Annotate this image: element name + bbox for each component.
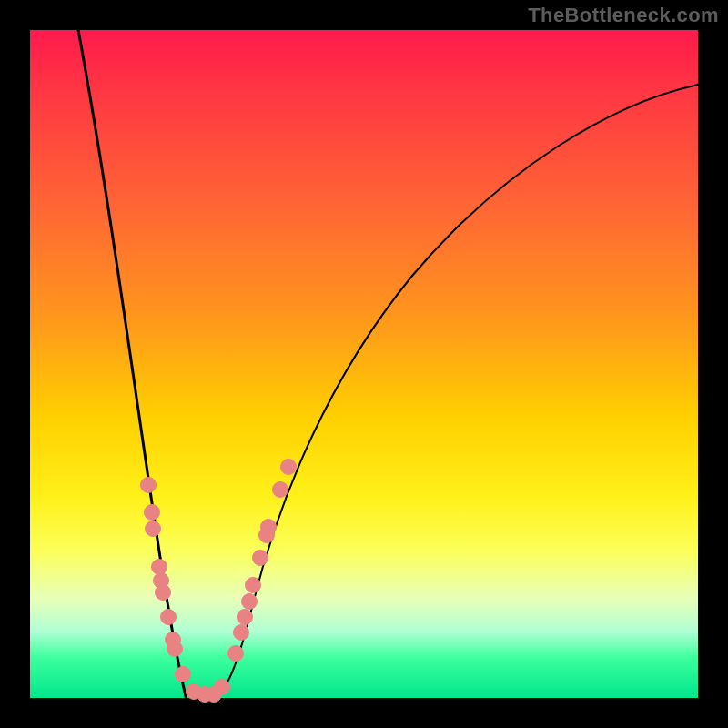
marker-right-1 — [234, 625, 249, 641]
markers-group — [141, 460, 297, 703]
marker-left-9 — [176, 667, 191, 682]
marker-right-5 — [253, 551, 268, 566]
marker-right-3 — [242, 594, 258, 610]
marker-right-0 — [228, 646, 244, 662]
marker-right-8 — [273, 482, 288, 498]
curve-left-curve — [78, 30, 207, 725]
marker-right-4 — [246, 578, 261, 593]
marker-left-5 — [156, 585, 171, 601]
marker-right-2 — [238, 610, 253, 625]
marker-bottom-3 — [215, 680, 230, 695]
marker-left-6 — [161, 610, 177, 625]
curve-right-curve — [207, 85, 698, 698]
marker-left-0 — [141, 478, 157, 493]
marker-left-8 — [167, 642, 183, 657]
marker-right-7 — [261, 520, 277, 535]
outer-frame: TheBottleneck.com — [0, 0, 728, 728]
watermark-text: TheBottleneck.com — [528, 4, 719, 27]
marker-left-1 — [145, 505, 160, 521]
curve-svg — [30, 30, 698, 698]
marker-right-9 — [281, 460, 297, 475]
marker-left-3 — [152, 560, 167, 575]
marker-left-2 — [146, 521, 161, 537]
